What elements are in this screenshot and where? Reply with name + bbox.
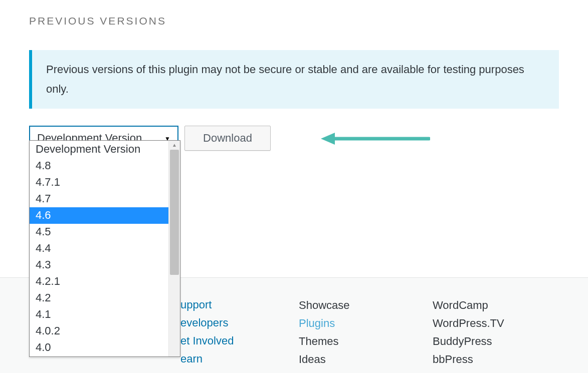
- warning-notice: Previous versions of this plugin may not…: [29, 50, 559, 109]
- footer-link[interactable]: bbPress: [433, 353, 504, 366]
- section-heading: PREVIOUS VERSIONS: [29, 15, 559, 27]
- footer-link[interactable]: Plugins: [299, 317, 433, 330]
- version-option[interactable]: 4.1: [30, 306, 168, 323]
- footer-link-fragment[interactable]: upport: [180, 298, 234, 311]
- footer-link[interactable]: Themes: [299, 335, 433, 348]
- version-option[interactable]: Development Version: [30, 141, 168, 158]
- version-option[interactable]: 4.5: [30, 224, 168, 240]
- footer-link[interactable]: Ideas: [299, 353, 433, 366]
- version-option[interactable]: 4.2: [30, 290, 168, 306]
- footer-link[interactable]: Showcase: [299, 299, 433, 312]
- scroll-up-icon[interactable]: ▲: [169, 142, 180, 148]
- version-option[interactable]: 4.0: [30, 339, 168, 356]
- scroll-thumb[interactable]: [170, 150, 179, 275]
- svg-marker-1: [321, 133, 335, 145]
- version-option[interactable]: 4.0.2: [30, 323, 168, 339]
- footer-link-fragment[interactable]: earn: [180, 352, 234, 365]
- version-dropdown-panel[interactable]: Development Version4.84.7.14.74.64.54.44…: [29, 140, 180, 357]
- footer-link[interactable]: BuddyPress: [433, 335, 504, 348]
- version-option[interactable]: 4.8: [30, 158, 168, 174]
- annotation-arrow-icon: [320, 129, 430, 149]
- version-option[interactable]: 4.7: [30, 191, 168, 207]
- version-option[interactable]: 4.6: [30, 207, 168, 224]
- version-option[interactable]: 4.2.1: [30, 273, 168, 290]
- footer-link[interactable]: WordPress.TV: [433, 317, 504, 330]
- version-option[interactable]: 4.4: [30, 240, 168, 257]
- footer-peek-column: upporteveloperset Involvedearn: [180, 298, 234, 365]
- footer-link[interactable]: WordCamp: [433, 299, 504, 312]
- footer-link-fragment[interactable]: et Involved: [180, 334, 234, 347]
- version-dropdown-list: Development Version4.84.7.14.74.64.54.44…: [30, 141, 168, 356]
- footer-link-fragment[interactable]: evelopers: [180, 316, 234, 329]
- version-option[interactable]: 4.3: [30, 257, 168, 273]
- version-option[interactable]: 4.7.1: [30, 174, 168, 191]
- download-button[interactable]: Download: [184, 126, 271, 151]
- dropdown-scrollbar[interactable]: ▲: [168, 141, 180, 356]
